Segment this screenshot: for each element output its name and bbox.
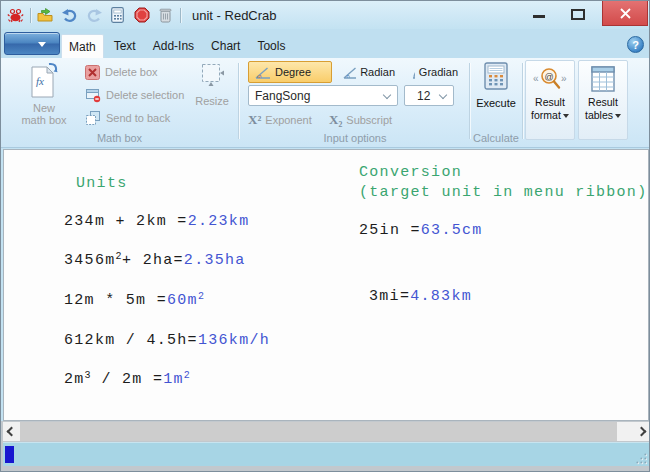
send-to-back-button[interactable]: Send to back <box>85 108 170 128</box>
minimize-button[interactable] <box>533 15 545 18</box>
group-separator <box>522 63 523 139</box>
exponent-label: Exponent <box>265 114 311 126</box>
cursor-indicator <box>5 446 14 463</box>
titlebar-separator <box>180 8 181 23</box>
svg-text:@: @ <box>545 72 554 82</box>
close-button[interactable] <box>602 1 648 26</box>
result-tables-label: Result <box>588 96 618 109</box>
radian-label: Radian <box>360 66 395 78</box>
radian-button[interactable]: r Radian <box>337 61 401 83</box>
svg-text:fx: fx <box>36 75 44 87</box>
math-input: 612km / 4.5h= <box>64 332 198 349</box>
tab-text[interactable]: Text <box>107 34 143 58</box>
math-line[interactable]: 12m * 5m =60m2 <box>64 292 204 310</box>
font-size-value: 12 <box>417 89 430 103</box>
math-input: 12m * 5m = <box>64 292 167 309</box>
chevron-down-icon <box>38 42 46 51</box>
horizontal-scrollbar[interactable] <box>3 422 649 441</box>
math-input: + 2ha= <box>122 252 184 269</box>
math-input: 2m <box>64 371 85 388</box>
status-bar <box>3 442 649 466</box>
execute-label: Execute <box>476 97 516 109</box>
chevron-right-icon <box>636 427 646 437</box>
calculator-button[interactable] <box>107 5 128 26</box>
resize-button[interactable]: Resize <box>187 62 237 107</box>
execute-button[interactable]: Execute <box>469 62 523 109</box>
delete-selection-label: Delete selection <box>106 89 184 101</box>
result-tables-label2: tables <box>585 109 621 122</box>
math-line[interactable]: 3mi=4.83km <box>369 288 472 305</box>
math-line[interactable]: 612km / 4.5h=136km/h <box>64 332 270 349</box>
radian-angle-icon: r <box>343 66 356 79</box>
math-line[interactable]: 2m3 / 2m =1m2 <box>64 371 190 389</box>
math-line[interactable]: 25in =63.5cm <box>359 222 483 239</box>
math-line[interactable]: Conversion <box>359 164 462 181</box>
math-canvas[interactable]: Units234m + 2km =2.23km3456m2+ 2ha=2.35h… <box>3 149 649 421</box>
math-line[interactable]: Units <box>76 175 128 192</box>
quick-access-toolbar <box>35 5 176 26</box>
tab-chart[interactable]: Chart <box>204 34 247 58</box>
tab-tools[interactable]: Tools <box>250 34 292 58</box>
delete-box-icon <box>85 65 100 80</box>
new-math-box-button[interactable]: fx New math box <box>6 60 82 132</box>
new-math-box-icon: fx <box>28 62 60 102</box>
send-to-back-label: Send to back <box>106 112 170 124</box>
math-result: 2.35ha <box>184 252 246 269</box>
group-label-calculate: Calculate <box>469 132 523 144</box>
subscript-button[interactable]: X₂ Subscript <box>329 111 392 129</box>
math-result: 2 <box>198 291 205 302</box>
font-family-select[interactable]: FangSong <box>248 85 398 106</box>
stop-octagon-icon <box>134 7 150 23</box>
application-menu-button[interactable] <box>4 32 60 55</box>
undo-button[interactable] <box>59 5 80 26</box>
math-result: 1m <box>163 371 184 388</box>
math-line[interactable]: 234m + 2km =2.23km <box>64 213 249 230</box>
maximize-button[interactable] <box>571 9 585 20</box>
window-title: unit - RedCrab <box>192 8 277 23</box>
math-line[interactable]: (target unit in menu ribbon) <box>359 184 647 201</box>
svg-text:»: » <box>561 73 567 84</box>
scrollbar-thumb[interactable] <box>20 422 617 441</box>
gradian-angle-icon: 100 <box>412 66 415 79</box>
degree-angle-icon: α <box>255 66 271 79</box>
open-file-button[interactable] <box>35 5 56 26</box>
scroll-right-button[interactable] <box>633 422 649 441</box>
math-result: 4.83km <box>410 288 472 305</box>
ribbon-tab-row: Math Text Add-Ins Chart Tools ? <box>1 29 649 58</box>
group-separator <box>238 63 239 139</box>
math-input: 2 <box>116 251 123 262</box>
scroll-left-button[interactable] <box>3 422 19 441</box>
delete-all-button[interactable] <box>155 5 176 26</box>
gradian-button[interactable]: 100 Gradian <box>406 61 464 83</box>
redo-button[interactable] <box>83 5 104 26</box>
tab-add-ins[interactable]: Add-Ins <box>146 34 201 58</box>
ribbon: fx New math box Delete box Delete select… <box>1 58 649 148</box>
exponent-button[interactable]: X² Exponent <box>248 111 312 129</box>
tab-math[interactable]: Math <box>61 34 104 58</box>
new-math-box-label: New <box>33 102 55 114</box>
math-input: 3 <box>85 370 92 381</box>
math-input: 3456m <box>64 252 116 269</box>
math-result: 63.5cm <box>421 222 483 239</box>
degree-button[interactable]: α Degree <box>248 61 332 83</box>
execute-calculator-icon <box>484 62 508 90</box>
chevron-left-icon <box>6 427 16 437</box>
resize-grip[interactable] <box>635 452 648 465</box>
result-tables-button[interactable]: Result tables <box>578 60 628 140</box>
stop-button[interactable] <box>131 5 152 26</box>
font-size-select[interactable]: 12 <box>404 85 454 106</box>
chevron-down-icon <box>383 91 391 99</box>
redcrab-app-icon <box>5 5 26 26</box>
result-format-label2: format <box>531 109 569 122</box>
resize-label: Resize <box>195 95 229 107</box>
math-line[interactable]: 3456m2+ 2ha=2.35ha <box>64 252 246 270</box>
math-result: 2.23km <box>188 213 250 230</box>
delete-box-button[interactable]: Delete box <box>85 62 158 82</box>
open-folder-icon <box>37 7 54 23</box>
math-result: 60m <box>167 292 198 309</box>
result-format-button[interactable]: «»@ Result format <box>525 60 575 140</box>
math-input: 25in = <box>359 222 421 239</box>
help-button[interactable]: ? <box>627 36 644 53</box>
delete-selection-button[interactable]: Delete selection <box>85 85 184 105</box>
result-format-icon: «»@ <box>532 66 568 92</box>
